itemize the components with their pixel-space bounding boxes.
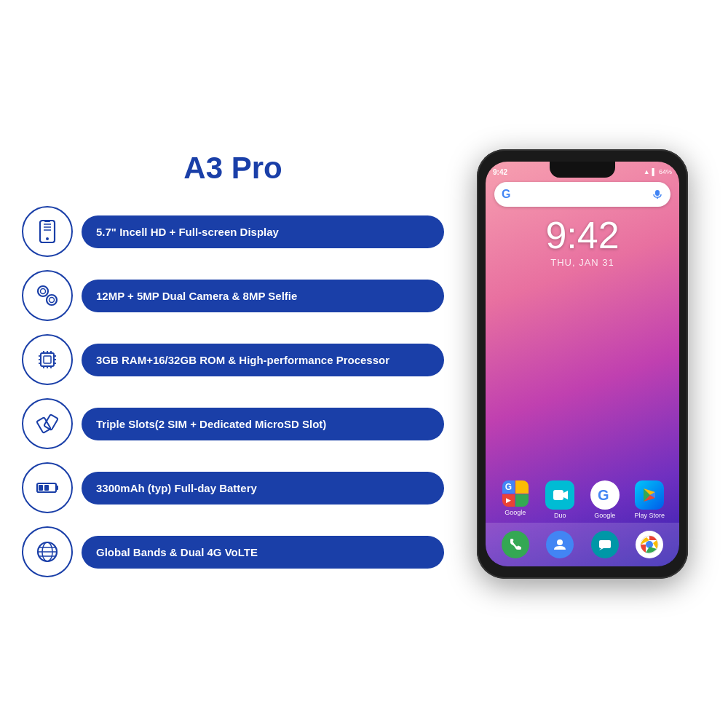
feature-row-battery: 3300mAh (typ) Full-day Battery [22,462,444,513]
svg-rect-5 [44,220,50,222]
gc-r: ▶ [502,494,515,507]
app-icon-google-g[interactable]: G Google [586,480,624,519]
google-g-logo: G [502,188,510,201]
app-label-google: Google [505,509,526,516]
svg-marker-47 [599,548,604,550]
play-store-icon-img [635,480,664,510]
app-row-1: G ▶ Google [486,480,679,519]
feature-row-processor: 3GB RAM+16/32GB ROM & High-performance P… [22,334,444,385]
status-bar: 9:42 ▲ ▌ 64% [486,162,679,179]
phone-screen: 9:42 ▲ ▌ 64% G [486,162,679,566]
app-icon-play-store[interactable]: Play Store [630,480,668,519]
svg-rect-35 [655,190,660,196]
feature-badge-battery: 3300mAh (typ) Full-day Battery [82,472,444,505]
feature-row-sim: Triple Slots(2 SIM + Dedicated MicroSD S… [22,398,444,449]
phone-dock [486,523,679,566]
svg-rect-25 [44,414,58,430]
phone-panel: 9:42 ▲ ▌ 64% G [459,149,706,579]
svg-point-45 [557,539,563,545]
wifi-icon: ▲ [644,168,650,175]
clock-date: THU, JAN 31 [550,257,614,268]
globe-icon [33,538,61,566]
svg-rect-29 [44,485,49,491]
features-panel: A3 Pro 5.7" Incell HD + Full-screen Disp… [22,151,444,577]
clock-area: 9:42 THU, JAN 31 [486,216,679,268]
svg-rect-37 [553,490,563,500]
processor-icon-circle [22,334,73,385]
google-g-icon-img: G [590,480,620,510]
duo-icon-img [545,480,574,510]
svg-point-7 [41,289,46,294]
mic-icon [652,189,663,200]
dock-contacts[interactable] [546,531,574,558]
google-cluster-img: G ▶ [502,480,529,507]
svg-rect-11 [44,356,51,363]
dock-chrome[interactable] [636,531,663,558]
feature-badge-globe: Global Bands & Dual 4G VoLTE [82,536,444,569]
dock-phone[interactable] [502,531,529,558]
sim-icon-circle [22,398,73,449]
svg-rect-28 [39,485,43,491]
app-grid: G ▶ Google [486,480,679,519]
signal-icon: ▌ [652,168,657,175]
status-time: 9:42 [493,168,507,176]
svg-point-8 [47,295,57,305]
gc-gr [515,494,529,507]
app-label-duo: Duo [554,512,566,519]
app-icon-duo[interactable]: Duo [541,480,579,519]
battery-icon [33,474,61,502]
feature-badge-screen: 5.7" Incell HD + Full-screen Display [82,215,444,248]
app-label-play-store: Play Store [634,512,665,519]
page-container: A3 Pro 5.7" Incell HD + Full-screen Disp… [0,0,728,728]
feature-row-screen: 5.7" Incell HD + Full-screen Display [22,206,444,257]
globe-icon-circle [22,526,73,577]
svg-rect-46 [599,540,611,548]
phone-screen-icon [33,218,61,245]
battery-status-icon: 64% [659,168,672,175]
svg-rect-10 [41,353,54,366]
feature-badge-sim: Triple Slots(2 SIM + Dedicated MicroSD S… [82,408,444,440]
processor-icon [33,346,61,373]
gc-g: G [502,480,515,494]
status-icons: ▲ ▌ 64% [644,168,672,175]
sim-icon [33,410,61,438]
app-label-google-g: Google [594,512,615,519]
product-title: A3 Pro [22,151,444,186]
svg-point-4 [46,237,49,240]
svg-point-9 [50,298,55,303]
feature-badge-camera: 12MP + 5MP Dual Camera & 8MP Selfie [82,280,444,312]
svg-point-6 [38,286,48,296]
app-icon-google-cluster[interactable]: G ▶ Google [496,480,534,519]
svg-marker-38 [563,491,568,499]
camera-icon-circle [22,270,73,321]
clock-time: 9:42 [545,216,619,254]
feature-badge-processor: 3GB RAM+16/32GB ROM & High-performance P… [82,344,444,376]
dock-messages[interactable] [591,531,619,558]
phone-device: 9:42 ▲ ▌ 64% G [477,149,688,579]
battery-icon-circle [22,462,73,513]
search-bar[interactable]: G [494,182,670,207]
camera-icon [33,282,61,309]
screen-icon-circle [22,206,73,257]
feature-row-camera: 12MP + 5MP Dual Camera & 8MP Selfie [22,270,444,321]
feature-row-globe: Global Bands & Dual 4G VoLTE [22,526,444,577]
svg-text:G: G [598,487,609,503]
gc-y [515,480,529,494]
svg-rect-27 [56,486,58,490]
